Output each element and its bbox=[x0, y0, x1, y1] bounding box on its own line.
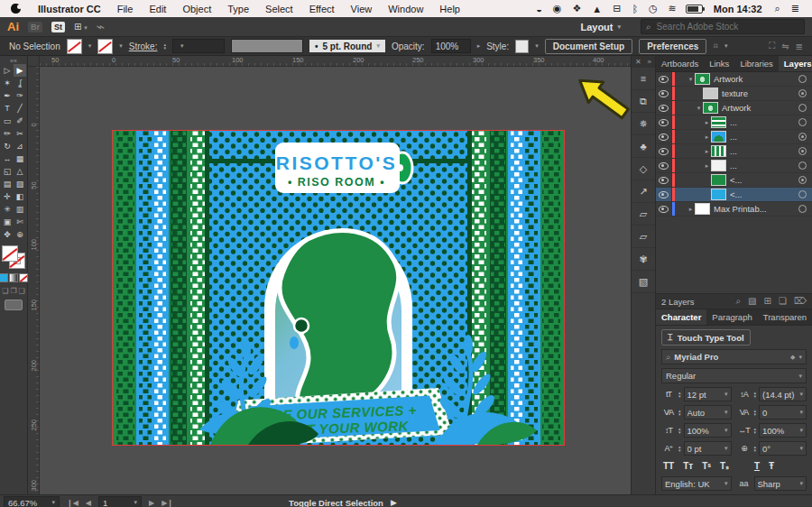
shape-builder-tool[interactable]: ◱ bbox=[1, 165, 14, 178]
menu-file[interactable]: File bbox=[109, 4, 142, 14]
eye-icon[interactable] bbox=[659, 191, 669, 198]
expand-arrow-icon[interactable]: ▸ bbox=[703, 134, 711, 141]
stroke-label[interactable]: Stroke: bbox=[129, 41, 158, 51]
antialias-dropdown[interactable]: Sharp▾ bbox=[754, 476, 807, 491]
stroke-swatch[interactable] bbox=[97, 39, 113, 54]
gradient-tool[interactable]: ▨ bbox=[14, 178, 26, 190]
horizontal-scale-stepper[interactable]: ▴▾ bbox=[754, 427, 757, 434]
touch-type-tool-button[interactable]: ⌶ Touch Type Tool bbox=[661, 329, 751, 346]
next-artboard-icon[interactable]: ▶ bbox=[149, 499, 154, 507]
symbol-sprayer-tool[interactable]: ✳ bbox=[1, 203, 14, 216]
bridge-icon[interactable]: Br bbox=[28, 22, 42, 32]
tab-paragraph[interactable]: Paragraph bbox=[706, 309, 757, 325]
target-icon[interactable] bbox=[798, 161, 807, 170]
baseline-shift-stepper[interactable]: ▴▾ bbox=[678, 445, 681, 452]
stock-icon[interactable]: St bbox=[51, 22, 65, 32]
visibility-cell[interactable] bbox=[656, 101, 672, 115]
free-transform-tool[interactable]: ▦ bbox=[14, 152, 26, 165]
underline-button[interactable]: T bbox=[754, 461, 760, 471]
artboard[interactable]: RISOTTO'S • RISO ROOM • USE OUR SERVICES… bbox=[112, 130, 565, 446]
screen-mode-button[interactable] bbox=[5, 300, 23, 310]
perspective-grid-tool[interactable]: △ bbox=[14, 165, 26, 178]
workspace-switcher[interactable]: Layout▾ bbox=[580, 22, 621, 32]
leading-dropdown[interactable]: (14.4 pt)▾ bbox=[759, 387, 807, 401]
eyedropper-tool[interactable]: ✛ bbox=[1, 190, 14, 203]
eye-icon[interactable] bbox=[659, 76, 669, 83]
target-icon[interactable] bbox=[798, 104, 807, 112]
target-icon[interactable] bbox=[798, 75, 807, 83]
language-dropdown[interactable]: English: UK▾ bbox=[661, 476, 732, 491]
expand-arrow-icon[interactable]: ▸ bbox=[687, 206, 695, 213]
eye-icon[interactable] bbox=[659, 148, 669, 155]
color-button[interactable] bbox=[0, 273, 8, 282]
gpu-performance-icon[interactable]: ⌁ bbox=[97, 18, 106, 35]
last-artboard-icon[interactable]: ▶❙ bbox=[161, 499, 173, 507]
artboard-number-dropdown[interactable]: 1▾ bbox=[98, 496, 142, 507]
layer-row[interactable]: ▸... bbox=[656, 144, 812, 159]
visibility-cell[interactable] bbox=[656, 188, 672, 201]
export-panel-icon[interactable]: ↗ bbox=[632, 180, 655, 203]
lasso-tool[interactable]: ʆ bbox=[14, 77, 26, 89]
eye-icon[interactable] bbox=[659, 162, 669, 170]
vertical-scale-dropdown[interactable]: 100%▾ bbox=[684, 423, 732, 438]
target-icon[interactable] bbox=[798, 205, 807, 213]
horizontal-scale-dropdown[interactable]: 100%▾ bbox=[759, 423, 807, 438]
direct-selection-tool[interactable]: ▶ bbox=[14, 64, 26, 77]
expand-arrow-icon[interactable]: ▾ bbox=[687, 76, 695, 83]
eye-icon[interactable] bbox=[659, 119, 669, 126]
width-tool[interactable]: ↔ bbox=[1, 152, 14, 165]
ruler-origin-corner[interactable] bbox=[28, 56, 40, 67]
fill-swatch[interactable] bbox=[67, 39, 82, 54]
hand-tool[interactable]: ✥ bbox=[1, 228, 14, 241]
visibility-cell[interactable] bbox=[656, 173, 672, 187]
font-family-dropdown[interactable]: ⌕ Myriad Pro ◆ ▾ bbox=[661, 349, 807, 364]
color-panel-icon[interactable]: ✾ bbox=[632, 248, 655, 271]
target-icon[interactable] bbox=[798, 176, 807, 184]
layer-row[interactable]: ▾Artwork bbox=[656, 101, 812, 115]
tracking-dropdown[interactable]: 0▾ bbox=[759, 405, 807, 419]
tab-character[interactable]: Character bbox=[656, 309, 706, 325]
character-rotation-dropdown[interactable]: 0°▾ bbox=[759, 441, 807, 456]
menu-type[interactable]: Type bbox=[219, 4, 257, 14]
menu-edit[interactable]: Edit bbox=[141, 4, 174, 14]
visibility-cell[interactable] bbox=[656, 87, 672, 100]
visibility-cell[interactable] bbox=[656, 115, 672, 129]
menu-object[interactable]: Object bbox=[174, 4, 219, 14]
apple-menu-icon[interactable] bbox=[11, 4, 21, 14]
menu-view[interactable]: View bbox=[343, 4, 381, 14]
stock-search-input[interactable] bbox=[655, 21, 799, 32]
scale-tool[interactable]: ⊿ bbox=[14, 140, 26, 152]
rotate-tool[interactable]: ↻ bbox=[1, 140, 14, 152]
fill-color-swatch[interactable] bbox=[2, 245, 18, 262]
opacity-value-dropdown[interactable]: 100% bbox=[431, 39, 471, 53]
selection-tool[interactable]: ▷ bbox=[1, 64, 14, 77]
menu-help[interactable]: Help bbox=[431, 4, 468, 14]
tab-links[interactable]: Links bbox=[704, 56, 734, 71]
tab-libraries[interactable]: Libraries bbox=[734, 56, 778, 71]
layer-row[interactable]: texture bbox=[656, 87, 812, 101]
draw-normal-icon[interactable]: ❏ bbox=[2, 287, 8, 295]
clipping-mask-icon[interactable]: ▨ bbox=[748, 296, 756, 307]
visibility-cell[interactable] bbox=[656, 130, 672, 143]
strikethrough-button[interactable]: Ŧ bbox=[769, 461, 774, 471]
shape-options-panel-icon[interactable]: ◇ bbox=[632, 158, 655, 180]
slice-tool[interactable]: ✄ bbox=[14, 216, 26, 228]
eye-icon[interactable] bbox=[659, 177, 669, 184]
paintbrush-tool[interactable]: ✐ bbox=[14, 115, 26, 127]
mesh-tool[interactable]: ▤ bbox=[1, 178, 14, 190]
zoom-tool[interactable]: ⊕ bbox=[14, 228, 26, 241]
baseline-shift-dropdown[interactable]: 0 pt▾ bbox=[684, 441, 732, 456]
menu-window[interactable]: Window bbox=[380, 4, 431, 14]
target-icon[interactable] bbox=[798, 118, 807, 126]
visibility-cell[interactable] bbox=[656, 144, 672, 158]
arrange-windows-icon[interactable]: ⛶ bbox=[769, 41, 775, 51]
libraries-folder-panel-icon[interactable]: ▱ bbox=[632, 203, 655, 226]
leading-stepper[interactable]: ▴▾ bbox=[754, 391, 757, 398]
first-artboard-icon[interactable]: ❙◀ bbox=[67, 499, 78, 507]
pen-tool[interactable]: ✒ bbox=[1, 89, 14, 102]
preferences-button[interactable]: Preferences bbox=[639, 39, 706, 54]
layer-row[interactable]: <... bbox=[656, 188, 812, 202]
delete-layer-icon[interactable]: ⌦ bbox=[794, 296, 807, 307]
brushes-panel-icon[interactable]: ✵ bbox=[632, 113, 655, 135]
stroke-chevron-icon[interactable]: ▾ bbox=[119, 42, 123, 50]
